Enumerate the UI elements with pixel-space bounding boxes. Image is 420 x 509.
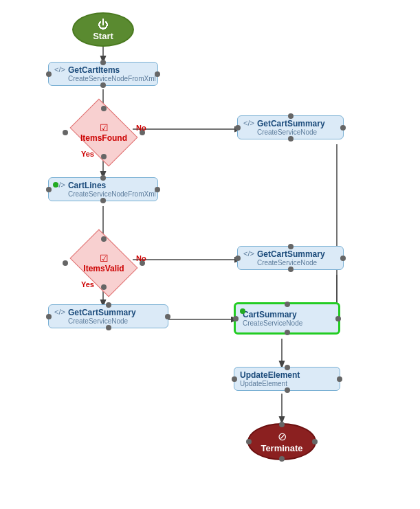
cart-summary-node[interactable]: CartSummary CreateServiceNode xyxy=(234,302,340,335)
items-valid-no-label: No xyxy=(136,254,146,262)
get-cart-items-title: GetCartItems xyxy=(68,65,156,75)
dot-bottom-term xyxy=(279,456,285,462)
get-cart-summary-1-title: GetCartSummary xyxy=(257,119,325,128)
get-cart-items-node[interactable]: </> GetCartItems CreateServiceNodeFromXm… xyxy=(48,62,158,86)
dot-left-ue xyxy=(232,376,237,382)
get-cart-summary-1-sub: CreateServiceNode xyxy=(257,128,325,136)
dot-top xyxy=(100,60,106,65)
get-cart-summary-3-node[interactable]: </> GetCartSummary CreateServiceNode xyxy=(48,304,168,328)
dot-right xyxy=(155,71,160,77)
start-node[interactable]: ⏻ Start xyxy=(72,12,134,47)
dot-bottom-diamond2 xyxy=(101,284,107,290)
dot-top-gcs3 xyxy=(106,302,111,308)
get-cart-summary-2-title: GetCartSummary xyxy=(257,249,325,259)
dot-right-term xyxy=(312,439,318,444)
dot-top-gcs1 xyxy=(288,113,294,119)
dot-top-ue xyxy=(285,365,290,370)
dot-top-diamond2 xyxy=(101,236,107,242)
dot-left-diamond1 xyxy=(63,130,68,135)
xml-icon-2: </> xyxy=(243,119,254,127)
dot-top-gcs2 xyxy=(288,244,294,249)
dot-right-gcs1 xyxy=(340,125,346,131)
dot-right-gcs2 xyxy=(340,256,346,261)
dot-left-gcs2 xyxy=(235,256,241,261)
get-cart-summary-1-node[interactable]: </> GetCartSummary CreateServiceNode xyxy=(237,115,344,139)
dot-right-gcs3 xyxy=(165,314,170,319)
green-dot-cl xyxy=(53,182,58,188)
items-found-node[interactable]: ☑ ItemsFound xyxy=(65,109,142,157)
cart-lines-node[interactable]: </> CartLines CreateServiceNodeFromXml xyxy=(48,177,158,201)
dot-left-term xyxy=(246,439,252,444)
update-element-title: UpdateElement xyxy=(240,370,300,380)
get-cart-summary-3-title: GetCartSummary xyxy=(68,308,136,317)
dot-left-gcs1 xyxy=(235,125,241,131)
dot-bottom-gcs3 xyxy=(106,325,111,330)
dot-left-gcs3 xyxy=(46,314,52,319)
get-cart-summary-2-sub: CreateServiceNode xyxy=(257,259,325,267)
cart-lines-sub: CreateServiceNodeFromXml xyxy=(68,190,156,198)
update-element-node[interactable]: UpdateElement UpdateElement xyxy=(234,367,340,391)
dot-bottom-ue xyxy=(285,387,290,393)
dot-bottom-gcs2 xyxy=(288,267,294,272)
green-dot-cs xyxy=(240,308,245,314)
dot-right-ue xyxy=(337,376,342,382)
dot-bottom-diamond1 xyxy=(101,154,107,159)
xml-icon-5: </> xyxy=(54,308,65,316)
items-valid-node[interactable]: ☑ ItemsValid xyxy=(65,239,142,287)
dot-bottom-cl xyxy=(100,198,106,203)
dot-left-cl xyxy=(46,187,52,192)
start-label: Start xyxy=(93,31,113,41)
dot-top-term xyxy=(279,422,285,427)
update-element-sub: UpdateElement xyxy=(240,380,300,387)
terminate-node[interactable]: ⊘ Terminate xyxy=(247,423,316,460)
terminate-label: Terminate xyxy=(261,443,302,453)
items-found-yes-label: Yes xyxy=(81,150,94,158)
xml-icon-1: </> xyxy=(54,65,65,73)
dot-left-cs xyxy=(233,316,239,321)
dot-bottom-gcs1 xyxy=(288,136,294,142)
cart-lines-title: CartLines xyxy=(68,181,156,190)
cart-summary-title: CartSummary xyxy=(243,310,302,319)
get-cart-items-sub: CreateServiceNodeFromXml xyxy=(68,75,156,82)
dot-left xyxy=(46,71,52,77)
get-cart-summary-3-sub: CreateServiceNode xyxy=(68,317,136,325)
dot-bottom xyxy=(100,82,106,88)
no-sign-icon: ⊘ xyxy=(278,430,287,443)
dot-right-cs xyxy=(335,316,341,321)
dot-bottom-cs xyxy=(285,330,290,335)
dot-top-cs xyxy=(285,302,290,307)
items-found-no-label: No xyxy=(136,124,146,132)
items-valid-yes-label: Yes xyxy=(81,280,94,289)
dot-top-diamond1 xyxy=(101,106,107,111)
dot-top-cl xyxy=(100,175,106,181)
dot-left-diamond2 xyxy=(63,260,68,266)
cart-summary-sub: CreateServiceNode xyxy=(243,319,302,327)
workflow-diagram: ⏻ Start </> GetCartItems CreateServiceNo… xyxy=(0,0,420,509)
dot-right-cl xyxy=(155,187,160,192)
power-icon: ⏻ xyxy=(98,19,109,31)
xml-icon-4: </> xyxy=(243,249,254,258)
get-cart-summary-2-node[interactable]: </> GetCartSummary CreateServiceNode xyxy=(237,246,344,270)
